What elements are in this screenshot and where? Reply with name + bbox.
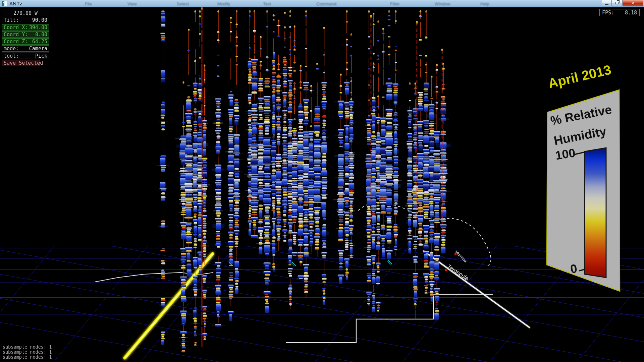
minimize-button[interactable] <box>602 0 611 6</box>
hud-coord-y: Coord Y:0.00 <box>2 31 49 38</box>
status-lines: subsample nodes: 1subsample nodes: 1subs… <box>3 345 52 360</box>
title-bar[interactable]: ANTz FileViewSelectModifyTestCommandFilt… <box>0 0 644 7</box>
hud-panel: 270.00 WTilt:90.00Coord X:394.00Coord Y:… <box>2 10 49 66</box>
minimize-icon <box>605 4 608 5</box>
menu-item-select[interactable]: Select <box>177 1 189 6</box>
restore-button[interactable] <box>612 0 622 6</box>
status-line: subsample nodes: 1 <box>3 350 52 355</box>
menu-item-help[interactable]: Help <box>480 1 489 6</box>
hud-coord-x: Coord X:394.00 <box>2 24 49 31</box>
menu-item-view[interactable]: View <box>127 1 137 6</box>
menu-item-window[interactable]: Window <box>435 1 450 6</box>
menu-item-test[interactable]: Test <box>263 1 271 6</box>
close-button[interactable]: × <box>623 0 643 6</box>
viewport-3d[interactable] <box>0 0 644 362</box>
status-line: subsample nodes: 1 <box>3 345 52 350</box>
window-controls: × <box>601 0 643 7</box>
restore-icon <box>615 2 619 4</box>
fps-value: 8.18 <box>625 10 637 15</box>
hud-mode[interactable]: mode:Camera <box>2 45 49 52</box>
fps-readout: FPS: 8.18 <box>599 9 640 16</box>
hud-save-selected[interactable]: Save Selected <box>2 60 40 66</box>
close-icon: × <box>632 0 635 6</box>
hud-tilt: Tilt:90.00 <box>2 17 49 23</box>
hud-tool[interactable]: tool:Pick <box>2 53 49 59</box>
fps-label: FPS: <box>602 10 614 15</box>
hud-heading: 270.00 W <box>2 10 49 16</box>
hud-coord-z: Coord Z:64.25 <box>2 38 49 45</box>
menu-bar: FileViewSelectModifyTestCommandFilterWin… <box>0 0 503 7</box>
menu-item-filter[interactable]: Filter <box>390 1 400 6</box>
menu-item-file[interactable]: File <box>85 1 92 6</box>
menu-item-command[interactable]: Command <box>316 1 336 6</box>
status-line: subsample nodes: 1 <box>3 355 52 360</box>
antz-window: April 2013 % Relative Humidity 100 0 ANT… <box>0 0 644 362</box>
menu-item-modify[interactable]: Modify <box>217 1 230 6</box>
